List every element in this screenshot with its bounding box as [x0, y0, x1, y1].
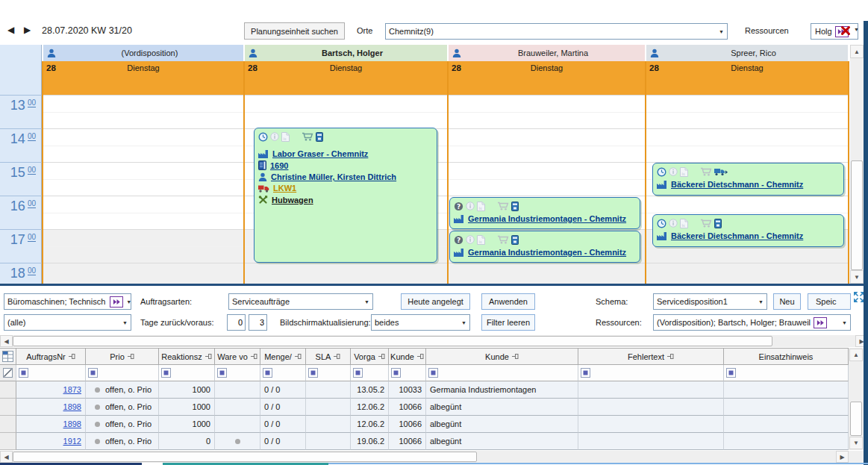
calendar-vertical-scrollbar[interactable]: ▲ ▼ [850, 45, 864, 284]
planungseinheit-suchen-button[interactable]: Planungseinheit suchen [244, 22, 345, 40]
heute-angelegt-button[interactable]: Heute angelegt [401, 293, 470, 310]
filter-icon[interactable] [726, 368, 736, 378]
ressourcen-combobox[interactable]: (Vordisposition); Bartsch, Holger; Brauw… [653, 314, 851, 331]
resource-column-header-bartsch[interactable]: Bartsch, Holger [245, 45, 447, 61]
scroll-left-icon[interactable]: ◀ [0, 451, 13, 463]
column-header-einsatzhinweis[interactable]: Einsatzhinweis [724, 348, 849, 365]
table-vertical-scrollbar[interactable]: ▲ ▼ [849, 348, 864, 450]
filter-icon[interactable] [353, 368, 363, 378]
table-horizontal-scrollbar[interactable]: ◀ ▶ [0, 451, 864, 463]
filter-icon[interactable] [581, 368, 590, 378]
card-customer-line[interactable]: Germania Industriemontagen - Chemnitz [450, 212, 640, 223]
filter-icon[interactable] [428, 368, 438, 378]
scroll-down-icon[interactable]: ▼ [850, 270, 864, 284]
orte-combobox[interactable]: Chemnitz(9) ▼ [385, 23, 728, 40]
card-customer-line[interactable]: Bäckerei Dietschmann - Chemnitz [653, 178, 843, 189]
day-band-brauweiler[interactable]: 28 Dienstag [449, 61, 645, 95]
card-technicians-line[interactable]: Christine Müller, Kirsten Dittrich [255, 170, 437, 181]
appointment-card-brauweiler-2[interactable]: ? ls Germania Industriemontagen - Chemni… [449, 231, 640, 263]
resource-column-header-spreer[interactable]: Spreer, Rico [646, 45, 848, 61]
filter-icon[interactable] [19, 368, 28, 378]
scrollbar-thumb[interactable] [13, 452, 477, 462]
scroll-down-icon[interactable]: ▼ [849, 437, 863, 449]
filter-cell-fehlertext[interactable] [578, 365, 724, 381]
table-row[interactable]: 1873 offen, o. Prio 1000 0 / 0 13.05.2 1… [0, 381, 849, 399]
ressourcen-dropdown-icon[interactable]: ▼ [854, 27, 859, 32]
prev-day-button[interactable]: ◀ [7, 25, 14, 35]
scroll-left-icon[interactable]: ◀ [0, 335, 13, 347]
column-header-reaktionsz[interactable]: Reaktionsz [159, 348, 215, 365]
filter-cell-einsatzhinweis[interactable] [724, 365, 849, 381]
column-header-kunde[interactable]: Kunde [426, 348, 578, 365]
pin-icon[interactable] [295, 353, 302, 360]
card-order-line[interactable]: 1690 [255, 158, 437, 170]
neu-button[interactable]: Neu [773, 293, 801, 310]
filter-cell-kunde[interactable] [426, 365, 578, 381]
chevron-down-icon[interactable]: ▼ [755, 299, 766, 305]
column-header-fehlertext[interactable]: Fehlertext [578, 348, 724, 365]
filter-icon[interactable] [217, 368, 227, 378]
auftragsarten-combobox[interactable]: Serviceaufträge ▼ [228, 293, 373, 310]
chevron-down-icon[interactable]: ▼ [839, 320, 850, 325]
resource-column-header-brauweiler[interactable]: Brauweiler, Martina [449, 45, 645, 61]
table-row[interactable]: 1898 offen, o. Prio 1000 0 / 0 12.06.2 1… [0, 399, 849, 416]
bildschirm-combobox[interactable]: beides ▼ [371, 314, 470, 331]
scrollbar-thumb[interactable] [13, 336, 772, 346]
appointment-card-spreer-2[interactable]: ls Bäckerei Dietschmann - Chemnitz [652, 214, 844, 247]
filter-cell-auftragsnr[interactable] [16, 365, 86, 381]
column-header-auftragsnr[interactable]: AuftragsNr [16, 348, 86, 365]
pin-icon[interactable] [417, 353, 424, 360]
filter-icon[interactable] [308, 368, 318, 378]
double-arrow-icon[interactable] [814, 317, 827, 328]
pin-icon[interactable] [512, 353, 519, 360]
column-header-sla[interactable]: SLA [306, 348, 351, 365]
scrollbar-thumb[interactable] [851, 160, 863, 270]
scroll-up-icon[interactable]: ▲ [849, 349, 863, 361]
pin-icon[interactable] [667, 353, 674, 360]
filter-leeren-button[interactable]: Filter leeren [481, 314, 535, 331]
appointment-card-bartsch[interactable]: ls Labor Graser - Chemnitz 1690 Christin… [254, 128, 437, 263]
chevron-down-icon[interactable]: ▼ [361, 299, 372, 305]
filter-cell-menge[interactable] [260, 365, 306, 381]
scroll-up-icon[interactable]: ▲ [850, 45, 864, 58]
appointment-card-brauweiler-1[interactable]: ? ls Germania Industriemontagen - Chemni… [449, 197, 640, 229]
pin-icon[interactable] [69, 353, 75, 360]
cell-auftragsnr[interactable]: 1898 [16, 416, 86, 433]
column-header-prio[interactable]: Prio [86, 348, 159, 365]
double-arrow-icon[interactable] [110, 296, 123, 308]
table-corner-cell[interactable] [0, 348, 16, 365]
column-header-menge[interactable]: Menge/ [260, 348, 306, 365]
table-row[interactable]: 1898 offen, o. Prio 1000 0 / 0 12.06.2 1… [0, 416, 849, 433]
panel-horizontal-scrollbar[interactable]: ◀ ▶ [0, 335, 868, 347]
card-tool-line[interactable]: Hubwagen [255, 193, 437, 205]
card-vehicle-line[interactable]: LKW1 [255, 181, 437, 193]
filter-cell-sla[interactable] [306, 365, 351, 381]
filter-cell-kunde-nr[interactable] [389, 365, 426, 381]
column-header-vorga[interactable]: Vorga [351, 348, 389, 365]
day-band-spreer[interactable]: 28 Dienstag [646, 61, 848, 95]
chevron-down-icon[interactable]: ▼ [123, 299, 131, 305]
card-customer-line[interactable]: Labor Graser - Chemnitz [255, 147, 437, 158]
card-customer-line[interactable]: Bäckerei Dietschmann - Chemnitz [653, 229, 843, 240]
table-row[interactable]: 1912 offen, o. Prio 0 0 / 0 19.06.2 1006… [0, 433, 849, 450]
pin-icon[interactable] [205, 353, 212, 360]
anwenden-button[interactable]: Anwenden [481, 293, 535, 310]
pin-icon[interactable] [251, 353, 257, 360]
filter-icon[interactable] [391, 368, 401, 378]
clear-filter-icon[interactable] [0, 365, 16, 381]
filter-icon[interactable] [161, 368, 171, 378]
resource-group-combobox[interactable]: Büromaschinen; Technisch ▼ [4, 293, 131, 310]
resource-column-header-vordisposition[interactable]: (Vordisposition) [43, 45, 243, 61]
cell-auftragsnr[interactable]: 1873 [16, 381, 86, 399]
chevron-down-icon[interactable]: ▼ [458, 320, 469, 325]
tage-voraus-input[interactable] [249, 314, 267, 331]
chevron-down-icon[interactable]: ▼ [716, 29, 727, 34]
pin-icon[interactable] [128, 353, 134, 360]
filter-icon[interactable] [263, 368, 272, 378]
cell-auftragsnr[interactable]: 1912 [16, 433, 86, 450]
filter-icon[interactable] [88, 368, 98, 378]
filter-cell-prio[interactable] [86, 365, 159, 381]
column-header-ware-vo[interactable]: Ware vo [215, 348, 260, 365]
filter-cell-reaktionsz[interactable] [159, 365, 215, 381]
next-day-button[interactable]: ▶ [24, 25, 31, 35]
